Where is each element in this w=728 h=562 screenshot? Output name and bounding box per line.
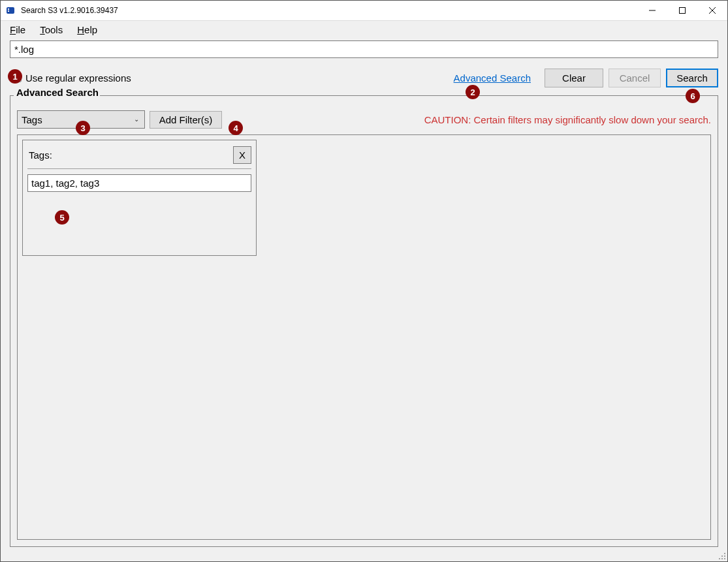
advanced-search-link[interactable]: Advanced Search (454, 72, 531, 84)
app-icon (6, 5, 16, 16)
advanced-filter-row: Tags ⌄ Add Filter(s) CAUTION: Certain fi… (17, 110, 711, 129)
filter-divider (27, 168, 251, 169)
maximize-button[interactable] (667, 1, 697, 20)
menu-tools[interactable]: Tools (40, 24, 63, 35)
advanced-search-panel: Advanced Search Tags ⌄ Add Filter(s) CAU… (10, 95, 718, 547)
svg-rect-1 (8, 8, 9, 10)
menu-bar: File Tools Help (1, 21, 727, 38)
filter-card-title: Tags: (27, 149, 233, 161)
svg-point-10 (719, 558, 720, 559)
clear-button[interactable]: Clear (545, 69, 603, 87)
annotation-5: 5 (55, 210, 69, 225)
content-area: Use regular expressions Advanced Search … (1, 38, 727, 561)
title-bar: Search S3 v1.2.9016.39437 (1, 1, 727, 21)
annotation-1: 1 (8, 69, 22, 84)
search-button[interactable]: Search (666, 69, 718, 87)
filters-container: Tags: X (17, 134, 711, 540)
search-query-input[interactable] (10, 40, 718, 58)
tags-filter-card: Tags: X (22, 140, 257, 256)
svg-point-7 (724, 553, 725, 554)
add-filter-button[interactable]: Add Filter(s) (150, 111, 222, 129)
svg-rect-4 (680, 8, 686, 14)
advanced-search-title: Advanced Search (10, 87, 718, 98)
annotation-4: 4 (229, 121, 243, 135)
window-title: Search S3 v1.2.9016.39437 (21, 6, 637, 15)
svg-rect-2 (8, 10, 9, 12)
chevron-down-icon: ⌄ (134, 116, 139, 123)
svg-point-11 (721, 558, 723, 559)
menu-file[interactable]: File (10, 24, 25, 35)
caution-text: CAUTION: Certain filters may significant… (424, 114, 711, 125)
close-button[interactable] (697, 1, 727, 20)
filter-card-close-button[interactable]: X (233, 146, 251, 164)
svg-point-8 (721, 555, 723, 557)
window-controls (637, 1, 727, 20)
annotation-3: 3 (76, 121, 90, 135)
menu-help[interactable]: Help (77, 24, 97, 35)
svg-point-9 (724, 555, 725, 557)
tags-filter-input[interactable] (27, 174, 251, 192)
cancel-button: Cancel (609, 69, 661, 87)
regex-label: Use regular expressions (25, 72, 454, 84)
filter-card-header: Tags: X (27, 145, 251, 164)
annotation-6: 6 (686, 89, 700, 103)
svg-rect-0 (7, 7, 14, 14)
app-window: Search S3 v1.2.9016.39437 File Tools Hel… (0, 0, 728, 562)
filter-type-value: Tags (22, 114, 42, 125)
annotation-2: 2 (466, 85, 480, 99)
minimize-button[interactable] (637, 1, 667, 20)
resize-grip-icon[interactable] (717, 551, 726, 560)
svg-point-12 (724, 558, 725, 559)
